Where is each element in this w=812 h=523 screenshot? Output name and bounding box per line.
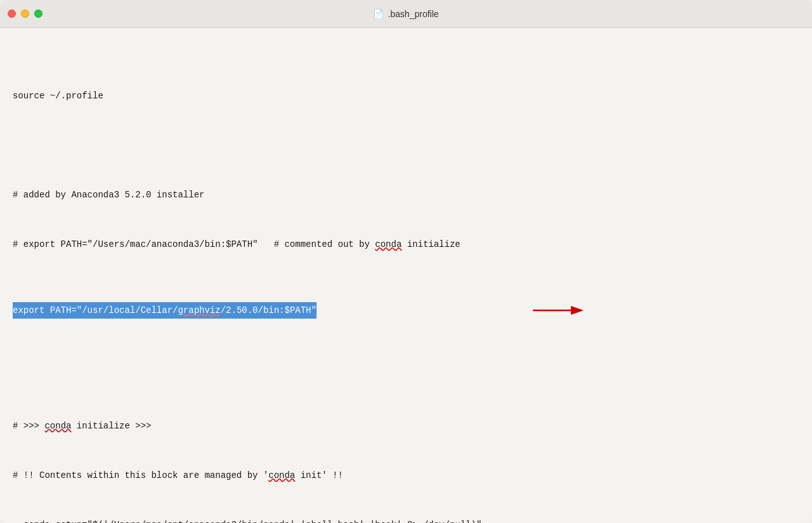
svg-marker-1 [571, 306, 584, 315]
maximize-button[interactable] [34, 10, 43, 18]
line-9: __conda_setup="$('/Users/mac/opt/anacond… [13, 517, 799, 523]
red-arrow [533, 303, 584, 318]
line-8: # !! Contents within this block are mana… [13, 467, 799, 484]
titlebar-title: 📄 .bash_profile [373, 9, 438, 19]
titlebar: 📄 .bash_profile [0, 0, 812, 28]
window-title: .bash_profile [388, 9, 438, 19]
close-button[interactable] [8, 10, 16, 18]
highlighted-line-wrapper: export PATH="/usr/local/Cellar/graphviz/… [13, 302, 799, 319]
line-empty-1 [13, 137, 799, 154]
line-7: # >>> conda initialize >>> [13, 418, 799, 434]
traffic-lights [8, 10, 43, 18]
line-empty-2 [13, 368, 799, 385]
line-4: # export PATH="/Users/mac/anaconda3/bin:… [13, 236, 799, 253]
line-1: source ~/.profile [13, 88, 799, 104]
line-5-highlighted: export PATH="/usr/local/Cellar/graphviz/… [13, 302, 317, 319]
minimize-button[interactable] [21, 10, 29, 18]
file-icon: 📄 [373, 9, 384, 19]
code-editor: source ~/.profile # added by Anaconda3 5… [13, 38, 799, 523]
window: 📄 .bash_profile source ~/.profile # adde… [0, 0, 812, 523]
line-3: # added by Anaconda3 5.2.0 installer [13, 187, 799, 203]
content-area[interactable]: source ~/.profile # added by Anaconda3 5… [0, 28, 812, 523]
